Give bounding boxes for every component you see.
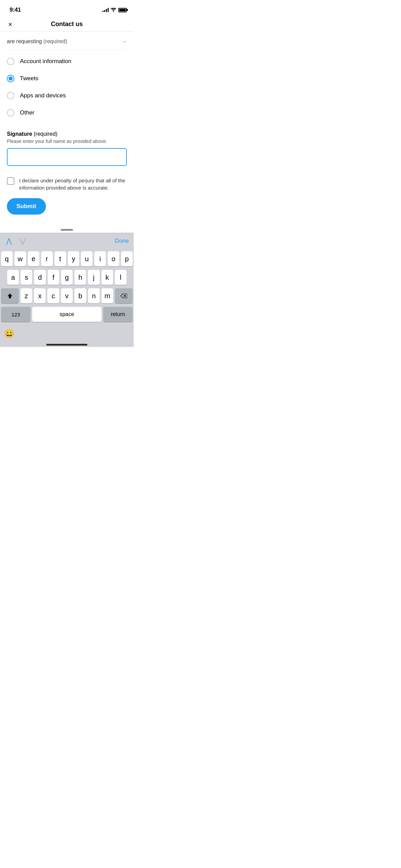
keyboard: q w e r t y u i o p a s d f g h j k l z … (0, 249, 134, 327)
radio-group: Account information Tweets Apps and devi… (7, 50, 127, 124)
key-h[interactable]: h (74, 270, 86, 285)
battery-fill (119, 9, 126, 11)
signature-sublabel: Please enter your full name as provided … (7, 138, 127, 144)
radio-option-other[interactable]: Other (7, 104, 127, 121)
page-title: Contact us (51, 21, 83, 28)
keyboard-row-3: z x c v b n m (1, 288, 133, 303)
key-w[interactable]: w (14, 251, 26, 266)
key-k[interactable]: k (101, 270, 113, 285)
main-content: are requesting (required) ⌣ Account info… (0, 32, 134, 225)
key-x[interactable]: x (34, 288, 46, 303)
keyboard-row-1: q w e r t y u i o p (1, 251, 133, 266)
toolbar-nav: ⋀ ⋁ (5, 237, 27, 245)
key-m[interactable]: m (101, 288, 113, 303)
keyboard-toolbar: ⋀ ⋁ Done (0, 233, 134, 249)
numbers-key[interactable]: 123 (1, 307, 31, 322)
radio-label-account-info: Account information (20, 58, 71, 65)
key-z[interactable]: z (21, 288, 32, 303)
home-indicator-area (0, 225, 134, 233)
shift-key[interactable] (1, 288, 19, 303)
radio-option-apps-devices[interactable]: Apps and devices (7, 87, 127, 104)
keyboard-row-2: a s d f g h j k l (1, 270, 133, 285)
signature-section: Signature (required) Please enter your f… (7, 124, 127, 169)
next-field-button[interactable]: ⋁ (19, 237, 27, 245)
key-e[interactable]: e (28, 251, 39, 266)
key-y[interactable]: y (68, 251, 80, 266)
radio-option-tweets[interactable]: Tweets (7, 70, 127, 87)
key-v[interactable]: v (61, 288, 73, 303)
wifi-icon (111, 8, 116, 12)
done-button[interactable]: Done (115, 238, 129, 244)
status-icons (102, 8, 127, 12)
key-q[interactable]: q (1, 251, 13, 266)
chevron-down-icon: ⌣ (123, 38, 127, 45)
home-bar (0, 341, 134, 347)
status-time: 9:41 (10, 7, 21, 13)
radio-button-other[interactable] (7, 109, 14, 117)
prev-field-button[interactable]: ⋀ (5, 237, 13, 245)
perjury-checkbox[interactable] (7, 177, 14, 185)
key-j[interactable]: j (88, 270, 99, 285)
nav-header: × Contact us (0, 17, 134, 32)
section-header-text: are requesting (required) (7, 38, 67, 45)
key-o[interactable]: o (108, 251, 119, 266)
key-r[interactable]: r (41, 251, 53, 266)
radio-option-account-info[interactable]: Account information (7, 53, 127, 70)
radio-label-other: Other (20, 109, 35, 116)
key-u[interactable]: u (81, 251, 93, 266)
radio-button-account-info[interactable] (7, 58, 14, 65)
delete-key[interactable] (115, 288, 133, 303)
key-a[interactable]: a (7, 270, 19, 285)
key-b[interactable]: b (74, 288, 86, 303)
key-i[interactable]: i (94, 251, 106, 266)
signal-icon (102, 8, 109, 12)
signature-label: Signature (required) (7, 131, 127, 137)
checkbox-row[interactable]: I declare under penalty of perjury that … (7, 169, 127, 198)
key-g[interactable]: g (61, 270, 73, 285)
keyboard-row-4: 123 space return (1, 307, 133, 322)
key-d[interactable]: d (34, 270, 46, 285)
key-p[interactable]: p (121, 251, 133, 266)
battery-icon (118, 8, 127, 12)
radio-label-apps-devices: Apps and devices (20, 92, 66, 99)
key-n[interactable]: n (88, 288, 100, 303)
signature-input[interactable] (7, 148, 127, 166)
space-key[interactable]: space (32, 307, 101, 322)
radio-button-apps-devices[interactable] (7, 92, 14, 99)
key-c[interactable]: c (47, 288, 59, 303)
home-pill (61, 229, 73, 231)
radio-button-tweets[interactable] (7, 75, 14, 82)
key-l[interactable]: l (115, 270, 126, 285)
close-button[interactable]: × (7, 20, 14, 29)
status-bar: 9:41 (0, 0, 134, 17)
key-f[interactable]: f (48, 270, 59, 285)
submit-button[interactable]: Submit (7, 198, 46, 215)
emoji-row: 😀 (0, 327, 134, 341)
key-s[interactable]: s (21, 270, 32, 285)
radio-label-tweets: Tweets (20, 75, 38, 82)
home-bar-pill (46, 344, 87, 346)
section-header[interactable]: are requesting (required) ⌣ (7, 32, 127, 50)
return-key[interactable]: return (103, 307, 133, 322)
emoji-button[interactable]: 😀 (4, 329, 14, 338)
key-t[interactable]: t (54, 251, 66, 266)
checkbox-text: I declare under penalty of perjury that … (19, 177, 127, 191)
